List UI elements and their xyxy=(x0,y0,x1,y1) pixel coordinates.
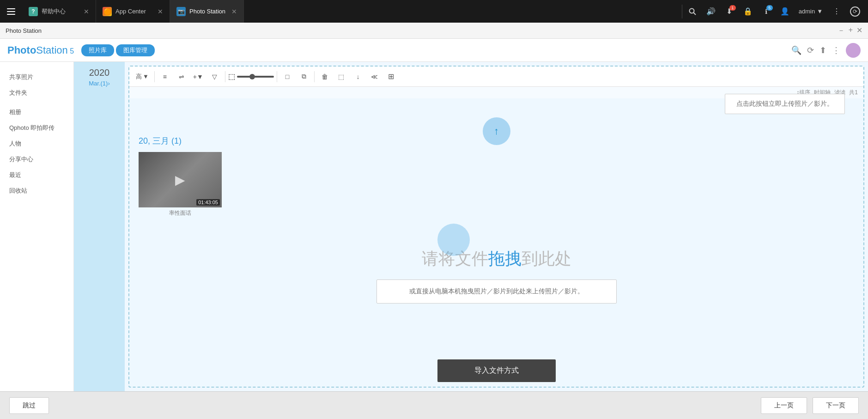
user-menu[interactable]: admin ▼ xyxy=(795,8,826,15)
taskbar-separator xyxy=(682,5,682,18)
close-btn[interactable]: ✕ xyxy=(856,26,862,36)
sidebar-item-qphoto[interactable]: Qphoto 即拍即传 xyxy=(0,120,73,136)
video-duration: 01:43:05 xyxy=(196,199,220,206)
sidebar-item-albums[interactable]: 相册 xyxy=(0,104,73,120)
security-btn[interactable]: 🔒 xyxy=(740,3,756,20)
quality-dropdown[interactable]: 高 ▼ xyxy=(133,71,152,83)
more-btn[interactable]: ⋮ xyxy=(828,3,845,20)
list-view-btn[interactable]: ≡ xyxy=(158,69,172,84)
download-badge: 1 xyxy=(729,5,736,11)
zoom-slider[interactable] xyxy=(237,76,274,78)
toolbar: 高 ▼ ≡ ⇌ +▼ ▽ ⬚ □ xyxy=(129,67,863,87)
svg-rect-2 xyxy=(7,14,15,15)
next-btn[interactable]: 下一页 xyxy=(813,397,859,414)
drop-text-highlight: 拖拽 xyxy=(488,249,522,268)
download-toolbar-btn[interactable]: ↓ xyxy=(351,69,365,84)
drop-zone[interactable]: 请将文件拖拽到此处 或直接从电脑本机拖曳照片／影片到此处来上传照片／影片。 xyxy=(312,238,681,313)
quality-label: 高 xyxy=(136,73,142,81)
user-icon: 👤 xyxy=(780,7,789,16)
logo-photo: Photo xyxy=(7,44,36,56)
share-btn[interactable]: ≪ xyxy=(367,69,382,84)
svg-rect-1 xyxy=(7,11,15,12)
delete-btn[interactable]: 🗑 xyxy=(317,69,332,84)
compare-btn[interactable]: ⧉ xyxy=(297,69,311,84)
sidebar-item-trash[interactable]: 回收站 xyxy=(0,183,73,199)
more-header-icon[interactable]: ⋮ xyxy=(832,45,840,55)
timeline-month-label: Mar.(1) xyxy=(89,80,108,87)
skip-btn[interactable]: 跳过 xyxy=(9,397,49,414)
sidebar-item-shared[interactable]: 共享照片 xyxy=(0,69,73,85)
tab-help-close[interactable]: ✕ xyxy=(84,8,89,15)
menu-icon[interactable] xyxy=(0,0,22,23)
move-btn[interactable]: ⬚ xyxy=(334,69,349,84)
taskbar: ? 帮助中心 ✕ 🟠 App Center ✕ 📷 Photo Station … xyxy=(0,0,868,23)
play-icon: ▶ xyxy=(175,172,185,188)
filter-btn[interactable]: ▽ xyxy=(207,69,222,84)
monitor-icon: ⟳ xyxy=(850,6,860,17)
app-grid-btn[interactable]: ⊞ xyxy=(384,69,399,84)
grid-view-btn[interactable]: □ xyxy=(280,69,295,84)
maximize-btn[interactable]: + xyxy=(849,26,853,36)
upload-hint-box: 点击此按钮立即上传照片／影片。 xyxy=(725,94,845,114)
toolbar-divider-2 xyxy=(225,71,225,82)
timeline-month[interactable]: Mar.(1) › xyxy=(78,80,121,87)
photo-station-window: Photo Station － + ✕ PhotoStation 5 照片库 图… xyxy=(0,23,868,419)
content-area: 高 ▼ ≡ ⇌ +▼ ▽ ⬚ □ xyxy=(125,62,868,391)
logo-version: 5 xyxy=(68,47,74,55)
quality-arrow: ▼ xyxy=(143,73,149,80)
security-icon: 🔒 xyxy=(743,7,753,16)
bottom-nav: 跳过 上一页 下一页 xyxy=(0,391,868,419)
bottom-right: 上一页 下一页 xyxy=(761,397,859,414)
timeline-chevron: › xyxy=(108,80,109,87)
sidebar-item-people[interactable]: 人物 xyxy=(0,136,73,152)
import-bar: 导入文件方式 xyxy=(129,359,863,387)
photo-thumbnail[interactable]: ▶ 01:43:05 率性面话 xyxy=(139,152,222,217)
info-btn[interactable]: ℹ 5 xyxy=(758,3,775,20)
zoom-min-icon: ⬚ xyxy=(228,72,235,81)
minimize-btn[interactable]: － xyxy=(838,26,845,36)
tab-photostation-label: Photo Station xyxy=(189,8,228,15)
toolbar-divider-1 xyxy=(154,71,155,82)
logo-station: Station xyxy=(36,44,68,56)
nav-tab-photos[interactable]: 照片库 xyxy=(81,44,114,56)
sidebar-item-recent[interactable]: 最近 xyxy=(0,167,73,183)
app-content: PhotoStation 5 照片库 图库管理 🔍 ⟳ ⬆ ⋮ 共享照片 文件夹… xyxy=(0,39,868,419)
volume-icon: 🔊 xyxy=(706,7,716,16)
import-button[interactable]: 导入文件方式 xyxy=(437,359,556,382)
photostation-icon: 📷 xyxy=(176,7,186,16)
upload-highlight-circle: ↑ xyxy=(483,117,510,145)
tabs-area: ? 帮助中心 ✕ 🟠 App Center ✕ 📷 Photo Station … xyxy=(22,0,680,23)
window-title: Photo Station xyxy=(6,27,42,34)
header-avatar xyxy=(846,43,861,58)
dashed-panel: 高 ▼ ≡ ⇌ +▼ ▽ ⬚ □ xyxy=(128,66,864,388)
tab-appcenter[interactable]: 🟠 App Center ✕ xyxy=(96,0,170,23)
tab-photostation-close[interactable]: ✕ xyxy=(231,8,237,15)
search-taskbar-btn[interactable] xyxy=(684,3,701,20)
drag-box-text: 或直接从电脑本机拖曳照片／影片到此处来上传照片／影片。 xyxy=(409,287,584,295)
toolbar-divider-4 xyxy=(314,71,315,82)
nav-tabs: 照片库 图库管理 xyxy=(81,44,155,56)
svg-line-4 xyxy=(693,12,696,15)
sidebar-item-share-center[interactable]: 分享中心 xyxy=(0,152,73,167)
nav-tab-library[interactable]: 图库管理 xyxy=(116,44,155,56)
tab-appcenter-close[interactable]: ✕ xyxy=(158,8,163,15)
window-titlebar: Photo Station － + ✕ xyxy=(0,23,868,39)
volume-btn[interactable]: 🔊 xyxy=(703,3,719,20)
prev-btn[interactable]: 上一页 xyxy=(761,397,807,414)
tab-help[interactable]: ? 帮助中心 ✕ xyxy=(22,0,96,23)
download-btn[interactable]: ⬇ 1 xyxy=(721,3,738,20)
sort-btn[interactable]: ⇌ xyxy=(174,69,189,84)
refresh-header-icon[interactable]: ⟳ xyxy=(807,45,814,55)
video-label: 率性面话 xyxy=(139,209,222,217)
upload-btn[interactable]: ↑ xyxy=(488,123,505,140)
svg-rect-0 xyxy=(7,8,15,9)
tab-photostation[interactable]: 📷 Photo Station ✕ xyxy=(170,0,244,23)
app-logo: PhotoStation 5 xyxy=(7,44,74,56)
search-header-icon[interactable]: 🔍 xyxy=(791,45,801,55)
share-header-icon[interactable]: ⬆ xyxy=(819,45,826,55)
tab-help-label: 帮助中心 xyxy=(42,7,80,16)
user-profile-btn[interactable]: 👤 xyxy=(777,3,793,20)
add-btn[interactable]: +▼ xyxy=(191,69,206,84)
system-monitor-btn[interactable]: ⟳ xyxy=(847,3,863,20)
sidebar-item-folders[interactable]: 文件夹 xyxy=(0,85,73,101)
